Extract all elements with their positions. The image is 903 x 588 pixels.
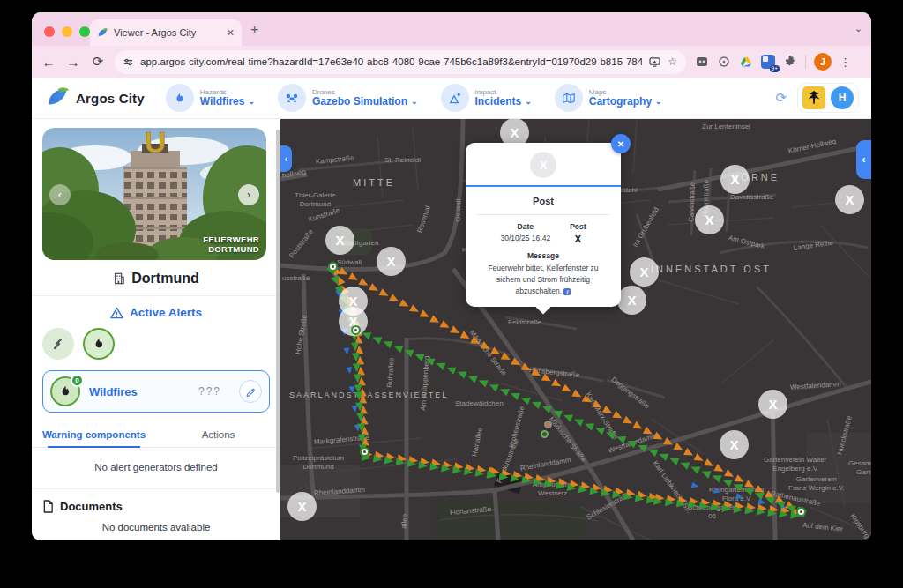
wildfires-card-label: Wildfires: [89, 385, 190, 398]
nav-impact-incidents[interactable]: Impact Incidents ⌄: [441, 84, 532, 112]
wildfire-alert-chip[interactable]: [83, 328, 115, 360]
active-alerts-title: Active Alerts: [130, 306, 202, 319]
address-bar[interactable]: app.argos-city.com/real-time?hazardId=17…: [115, 50, 686, 74]
popup-date-col: Date 30/10/25 16:42: [500, 222, 550, 244]
x-logo-icon[interactable]: X: [570, 234, 586, 244]
nav-label: Gazebo Simulation: [312, 96, 407, 108]
google-drive-icon[interactable]: [739, 55, 753, 69]
minimize-window-button[interactable]: [62, 26, 72, 37]
pencil-icon: [245, 386, 256, 397]
social-post-marker[interactable]: X: [287, 492, 317, 521]
browser-tab[interactable]: Viewer - Argos City ✕: [90, 19, 242, 46]
extensions-puzzle-icon[interactable]: [783, 55, 797, 69]
argos-logo-icon: [44, 85, 71, 111]
nav-maps-cartography[interactable]: Maps Cartography ⌄: [555, 84, 662, 112]
browser-profile-avatar[interactable]: J: [814, 53, 832, 71]
browser-menu-icon[interactable]: ⋮: [840, 56, 851, 69]
info-emoji: i: [563, 288, 571, 295]
date-label: Date: [500, 222, 550, 231]
carousel-next-button[interactable]: ›: [238, 184, 259, 205]
social-post-marker[interactable]: X: [325, 226, 354, 255]
window-controls[interactable]: [44, 26, 90, 37]
edit-button[interactable]: [239, 380, 262, 403]
bookmark-star-icon[interactable]: ☆: [668, 56, 677, 68]
route-waypoint-marker[interactable]: [328, 262, 338, 272]
route-waypoint-marker[interactable]: [360, 447, 369, 457]
city-name: Dortmund: [131, 271, 198, 287]
zoom-window-button[interactable]: [79, 26, 90, 37]
drone-icon: [278, 84, 306, 112]
flame-icon: 0: [50, 376, 80, 406]
svg-text:U: U: [145, 128, 167, 159]
message-label: Message: [474, 251, 612, 260]
forward-button[interactable]: →: [65, 55, 81, 70]
site-settings-icon[interactable]: [123, 57, 133, 67]
route-waypoint-marker[interactable]: [351, 325, 361, 335]
app-header: Argos City Hazards Wildfires ⌄: [32, 78, 871, 119]
user-avatar[interactable]: H: [831, 86, 854, 109]
back-button[interactable]: ←: [41, 55, 56, 70]
document-icon: [42, 500, 54, 513]
chevron-down-icon: ⌄: [655, 97, 662, 106]
carousel-prev-button[interactable]: ‹: [49, 184, 71, 205]
screen: Viewer - Argos City ✕ + ⌄ ← → ⟳ app.argo…: [0, 0, 903, 588]
social-post-marker[interactable]: X: [720, 165, 750, 194]
collapse-sidebar-button[interactable]: ‹: [280, 145, 292, 172]
photo-caption: FEUERWEHR DORTMUND: [203, 235, 259, 255]
extension-badge: 9+: [770, 65, 780, 72]
new-tab-button[interactable]: +: [250, 22, 258, 38]
refresh-icon[interactable]: ⟳: [775, 90, 787, 106]
earthquake-alert-chip[interactable]: [42, 328, 74, 360]
map-dot-marker[interactable]: [544, 421, 552, 428]
tab-title: Viewer - Argos City: [114, 27, 221, 38]
city-photo-carousel: U ‹ › FEUERWEHR DORTMUND: [42, 128, 266, 260]
nav-hazards-wildfires[interactable]: Hazards Wildfires ⌄: [166, 84, 255, 112]
sidebar: U ‹ › FEUERWEHR DORTMUND: [32, 119, 280, 540]
tab-overflow-chevron-icon[interactable]: ⌄: [854, 23, 862, 34]
message-text: Feuerwehr bittet, Kellerfenster zu siche…: [474, 263, 612, 296]
browser-toolbar: ← → ⟳ app.argos-city.com/real-time?hazar…: [32, 46, 871, 78]
nav-label: Incidents: [475, 96, 522, 108]
url-text[interactable]: app.argos-city.com/real-time?hazardId=17…: [140, 56, 642, 67]
building-icon: [113, 272, 125, 285]
empty-generators-message: No alert generators defined: [42, 462, 270, 473]
open-panel-button[interactable]: ‹: [856, 140, 871, 179]
divider: [32, 295, 280, 296]
brand[interactable]: Argos City: [44, 85, 145, 111]
x-logo-avatar: X: [530, 152, 556, 178]
extension-icon[interactable]: [695, 55, 709, 69]
popup-title: Post: [474, 196, 612, 206]
map-dot-marker[interactable]: [541, 430, 549, 438]
tab-warning-components[interactable]: Warning components: [32, 424, 156, 447]
user-pill[interactable]: H: [797, 83, 859, 113]
popup-close-button[interactable]: ✕: [611, 134, 631, 153]
chevron-down-icon: ⌄: [411, 97, 418, 106]
tab-actions[interactable]: Actions: [156, 424, 280, 447]
password-manager-icon[interactable]: 9+: [761, 55, 775, 69]
impact-icon: [441, 84, 469, 112]
sidebar-scrollbar[interactable]: [276, 130, 280, 493]
route-waypoint-marker[interactable]: [796, 507, 806, 517]
nav-drones-gazebo[interactable]: Drones Gazebo Simulation ⌄: [278, 84, 418, 112]
map-canvas[interactable]: MITTEKÖRNEINNENSTADT OSTSAARLANDSTRASSEN…: [280, 119, 871, 540]
nav-label: Wildfires: [200, 96, 245, 108]
wildfires-alert-card[interactable]: 0 Wildfires ???: [42, 370, 270, 413]
date-value: 30/10/25 16:42: [500, 234, 550, 242]
chevron-down-icon: ⌄: [248, 97, 255, 106]
close-window-button[interactable]: [44, 26, 55, 37]
social-post-marker[interactable]: X: [695, 205, 724, 234]
social-post-marker[interactable]: X: [630, 257, 659, 287]
social-post-marker[interactable]: X: [835, 185, 864, 214]
social-post-marker[interactable]: X: [720, 430, 749, 459]
reload-button[interactable]: ⟳: [90, 54, 106, 70]
extensions-area: 9+ J ⋮: [695, 53, 851, 71]
send-to-device-icon[interactable]: [649, 57, 660, 67]
brand-name: Argos City: [76, 91, 145, 106]
social-post-marker[interactable]: X: [377, 247, 406, 276]
nav-label: Cartography: [589, 96, 652, 108]
divider: [476, 214, 610, 215]
social-post-marker[interactable]: X: [617, 286, 646, 315]
tab-close-icon[interactable]: ✕: [227, 27, 235, 39]
extension-icon[interactable]: [717, 55, 731, 69]
social-post-marker[interactable]: X: [758, 390, 787, 419]
